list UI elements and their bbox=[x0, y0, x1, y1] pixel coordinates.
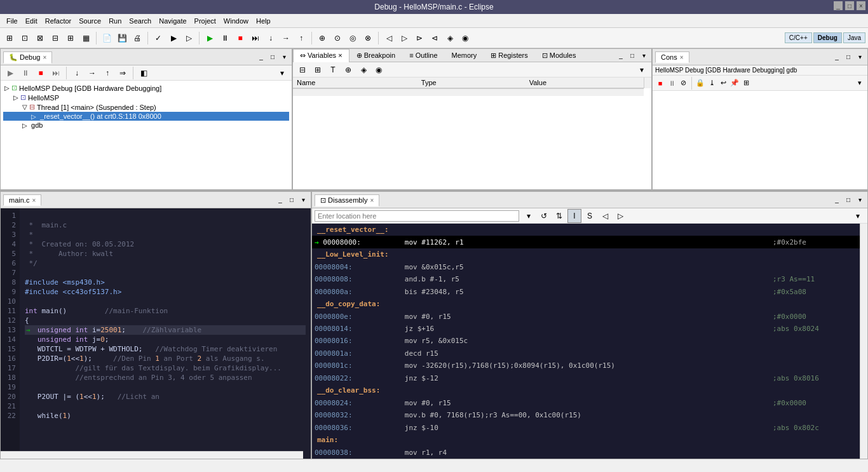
console-word-wrap-btn[interactable]: ↩ bbox=[718, 78, 728, 88]
tree-item-session[interactable]: ▷ ⊡ HelloMSP Debug [GDB Hardware Debuggi… bbox=[3, 83, 289, 93]
debug-suspend-btn[interactable]: ⏸ bbox=[18, 66, 32, 80]
vars-vscroll[interactable] bbox=[644, 78, 651, 88]
vars-minimize-btn[interactable]: _ bbox=[616, 50, 626, 60]
tree-item-process[interactable]: ▷ ⊡ HelloMSP bbox=[3, 93, 289, 102]
menu-window[interactable]: Window bbox=[220, 16, 252, 26]
toolbar-debug-suspend[interactable]: ⏸ bbox=[218, 31, 232, 45]
vars-tab-breakpoints[interactable]: ⊕ Breakpoin bbox=[349, 49, 403, 62]
toolbar-btn-print[interactable]: 🖨 bbox=[130, 31, 144, 45]
debug-run-to-line[interactable]: ⇒ bbox=[116, 66, 130, 80]
vars-view-btn[interactable]: ◉ bbox=[372, 63, 386, 77]
maximize-button[interactable]: □ bbox=[845, 1, 854, 10]
tree-item-thread[interactable]: ▽ ⊟ Thread [1] <main> (Suspended : Step) bbox=[3, 102, 289, 112]
disasm-code-row[interactable]: 0000801a: decd r15 bbox=[312, 347, 860, 360]
menu-navigate[interactable]: Navigate bbox=[155, 16, 190, 26]
vars-tab-modules[interactable]: ⊡ Modules bbox=[535, 49, 583, 62]
editor-minimize-btn[interactable]: _ bbox=[275, 195, 285, 205]
toolbar-btn-run[interactable]: ▷ bbox=[182, 31, 196, 45]
menu-source[interactable]: Source bbox=[75, 16, 105, 26]
editor-code-area[interactable]: * main.c * * Created on: 08.05.2012 * Au… bbox=[20, 208, 311, 459]
editor-maximize-btn[interactable]: □ bbox=[287, 195, 297, 205]
toolbar-btn-debug[interactable]: ▶ bbox=[166, 31, 180, 45]
toolbar-btn-save[interactable]: 💾 bbox=[115, 31, 129, 45]
vars-tab-registers[interactable]: ⊞ Registers bbox=[484, 49, 535, 62]
disasm-content-area[interactable]: __reset_vector__: ⇒ 00008000: mov #11262… bbox=[312, 224, 867, 459]
disasm-code-row[interactable]: ⇒ 00008000: mov #11262, r1 ;#0x2bfe bbox=[312, 236, 860, 248]
disasm-tab[interactable]: ⊡ Disassembly × bbox=[315, 194, 379, 206]
debug-tab-close[interactable]: × bbox=[43, 54, 46, 61]
disasm-src-btn[interactable]: S bbox=[583, 209, 597, 223]
vars-tab-outline[interactable]: ≡ Outline bbox=[402, 49, 444, 62]
vars-maximize-btn[interactable]: □ bbox=[627, 50, 637, 60]
toolbar-btn-h[interactable]: ⊲ bbox=[428, 31, 442, 45]
close-button[interactable]: × bbox=[857, 1, 865, 10]
disasm-menu-btn[interactable]: ▾ bbox=[855, 195, 865, 205]
editor-code[interactable]: 12345678910111213141516171819202122 * ma… bbox=[1, 208, 311, 459]
disasm-code-row[interactable]: 00008004: mov &0x015c,r5 bbox=[312, 260, 860, 273]
disasm-vscroll[interactable] bbox=[860, 224, 867, 459]
debug-maximize-btn[interactable]: □ bbox=[268, 52, 278, 62]
disasm-view-menu[interactable]: ▾ bbox=[851, 209, 865, 223]
toolbar-btn-4[interactable]: ⊟ bbox=[48, 31, 62, 45]
debug-stop-btn[interactable]: ■ bbox=[34, 66, 48, 80]
toolbar-btn-a[interactable]: ⊕ bbox=[315, 31, 329, 45]
disasm-refresh-btn[interactable]: ↺ bbox=[537, 209, 551, 223]
console-maximize-btn[interactable]: □ bbox=[843, 52, 853, 62]
tree-item-gdb[interactable]: ▷ gdb bbox=[3, 121, 289, 130]
debug-stepout-btn[interactable]: ↑ bbox=[100, 66, 114, 80]
vars-collapse-btn[interactable]: ⊟ bbox=[295, 63, 309, 77]
disasm-code-row[interactable]: 0000800a: bis #23048, r5 ;#0x5a08 bbox=[312, 285, 860, 297]
vars-scroll-area[interactable]: Name Type Value bbox=[293, 78, 644, 88]
disasm-code-row[interactable]: 00008008: and.b #-1, r5 ;r3 As==11 bbox=[312, 273, 860, 285]
perspective-cpp[interactable]: C/C++ bbox=[785, 32, 812, 43]
disasm-minimize-btn[interactable]: _ bbox=[832, 195, 842, 205]
toolbar-btn-i[interactable]: ◈ bbox=[443, 31, 457, 45]
disasm-code-row[interactable]: 00008016: mov r5, &0x015c bbox=[312, 335, 860, 347]
disasm-code-row[interactable]: 0000800e: mov #0, r15 ;#0x0000 bbox=[312, 310, 860, 322]
debug-view-menu[interactable]: ▾ bbox=[275, 66, 289, 80]
vars-tab-memory[interactable]: Memory bbox=[445, 49, 484, 62]
editor-tab-close[interactable]: × bbox=[32, 197, 36, 204]
console-menu-btn[interactable]: ▾ bbox=[855, 52, 865, 62]
vars-select-btn[interactable]: ◈ bbox=[356, 63, 370, 77]
console-minimize-btn[interactable]: _ bbox=[832, 52, 842, 62]
console-pause-btn[interactable]: ⏸ bbox=[667, 78, 677, 88]
vars-hscroll[interactable] bbox=[293, 88, 644, 96]
debug-tab[interactable]: 🐛 Debug × bbox=[3, 51, 52, 64]
toolbar-btn-e[interactable]: ◁ bbox=[382, 31, 396, 45]
perspective-java[interactable]: Java bbox=[843, 32, 865, 43]
toolbar-debug-resume[interactable]: ▶ bbox=[203, 31, 217, 45]
menu-file[interactable]: File bbox=[3, 16, 22, 26]
tree-item-frame[interactable]: ▷ _reset_vector__() at crt0.S:118 0x8000 bbox=[3, 112, 289, 121]
console-tab-close[interactable]: × bbox=[680, 54, 684, 61]
console-scroll-lock-btn[interactable]: 🔒 bbox=[695, 78, 705, 88]
toolbar-btn-f[interactable]: ▷ bbox=[397, 31, 411, 45]
toolbar-btn-c[interactable]: ◎ bbox=[346, 31, 360, 45]
disasm-code-row[interactable]: 00008014: jz $+16 ;abs 0x8024 bbox=[312, 323, 860, 335]
toolbar-btn-check[interactable]: ✓ bbox=[151, 31, 165, 45]
debug-stepover-btn[interactable]: → bbox=[85, 66, 99, 80]
toolbar-debug-stepinto[interactable]: ↓ bbox=[264, 31, 278, 45]
minimize-button[interactable]: _ bbox=[834, 1, 843, 10]
disasm-location-dropdown[interactable]: ▾ bbox=[522, 209, 536, 223]
disasm-code-row[interactable]: 00008022: jnz $-12 ;abs 0x8016 bbox=[312, 372, 860, 384]
editor-menu-btn[interactable]: ▾ bbox=[298, 195, 308, 205]
menu-refactor[interactable]: Refactor bbox=[41, 16, 76, 26]
menu-search[interactable]: Search bbox=[125, 16, 155, 26]
toolbar-btn-new[interactable]: 📄 bbox=[100, 31, 114, 45]
disasm-code-row[interactable]: 00008038: mov r1, r4 bbox=[312, 446, 860, 459]
console-tab[interactable]: Cons × bbox=[655, 51, 689, 63]
menu-project[interactable]: Project bbox=[191, 16, 220, 26]
toolbar-btn-1[interactable]: ⊞ bbox=[3, 31, 17, 45]
debug-collapse-btn[interactable]: ◧ bbox=[137, 66, 151, 80]
editor-content[interactable]: 12345678910111213141516171819202122 * ma… bbox=[1, 208, 311, 459]
toolbar-btn-d[interactable]: ⊗ bbox=[361, 31, 375, 45]
vars-tab-variables[interactable]: ⇔ Variables × bbox=[293, 49, 349, 62]
perspective-debug[interactable]: Debug bbox=[813, 32, 842, 43]
disasm-forward-btn[interactable]: ▷ bbox=[613, 209, 627, 223]
disasm-tab-close[interactable]: × bbox=[370, 197, 374, 204]
disasm-code-row[interactable]: 0000801c: mov -32620(r15),7168(r15);0x80… bbox=[312, 360, 860, 372]
toolbar-btn-5[interactable]: ⊞ bbox=[64, 31, 78, 45]
toolbar-debug-stop[interactable]: ■ bbox=[233, 31, 247, 45]
debug-menu-btn[interactable]: ▾ bbox=[279, 52, 289, 62]
